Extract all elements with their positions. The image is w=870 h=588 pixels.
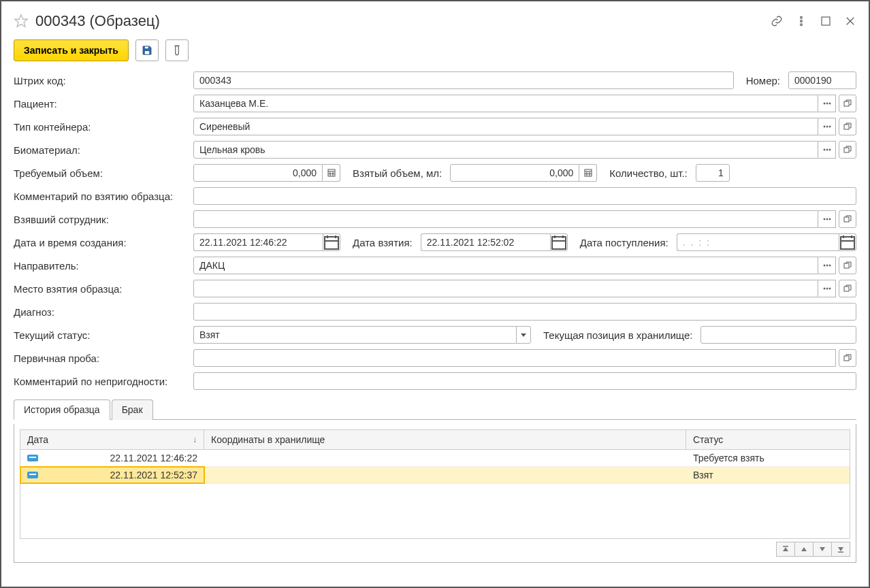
triangle-down-bar-icon	[837, 546, 844, 553]
taken-date-picker-button[interactable]	[550, 233, 568, 251]
required-volume-calc-button[interactable]	[323, 164, 340, 182]
svg-rect-41	[552, 237, 566, 249]
svg-marker-61	[801, 547, 807, 551]
svg-point-2	[801, 20, 803, 22]
container-select-button[interactable]	[818, 118, 836, 135]
nav-prev-button[interactable]	[794, 542, 813, 557]
svg-rect-23	[328, 169, 335, 176]
creation-date-picker-button[interactable]	[323, 233, 340, 251]
svg-rect-8	[144, 51, 150, 54]
primary-sample-open-button[interactable]	[839, 349, 856, 367]
employee-open-button[interactable]	[839, 210, 856, 228]
save-close-button[interactable]: Записать и закрыть	[14, 39, 129, 61]
save-button[interactable]	[135, 39, 159, 61]
biomaterial-field[interactable]: Цельная кровь	[193, 141, 818, 159]
svg-rect-58	[844, 356, 849, 361]
storage-position-label: Текущая позиция в хранилище:	[536, 329, 695, 341]
page-title: 000343 (Образец)	[35, 12, 771, 30]
svg-point-33	[824, 218, 825, 220]
patient-field[interactable]: Казанцева М.Е.	[193, 95, 818, 112]
creation-date-field[interactable]: 22.11.2021 12:46:22	[193, 233, 323, 251]
svg-marker-62	[820, 547, 825, 551]
svg-point-11	[824, 103, 825, 104]
history-table: Дата↓ Координаты в хранилище Статус 22.1…	[20, 429, 850, 539]
svg-point-3	[801, 24, 803, 26]
link-icon[interactable]	[771, 15, 783, 27]
svg-rect-9	[176, 46, 179, 55]
row-status-icon	[27, 472, 38, 478]
svg-point-54	[826, 288, 828, 289]
more-menu-icon[interactable]	[795, 15, 807, 27]
required-volume-field[interactable]: 0,000	[193, 164, 323, 182]
maximize-icon[interactable]	[820, 15, 832, 27]
svg-point-49	[824, 265, 825, 266]
column-header-date[interactable]: Дата↓	[20, 430, 204, 449]
svg-rect-37	[325, 237, 338, 249]
barcode-label: Штрих код:	[14, 75, 188, 86]
container-type-label: Тип контейнера:	[14, 121, 188, 133]
column-header-coords[interactable]: Координаты в хранилище	[204, 430, 686, 449]
referrer-field[interactable]: ДАКЦ	[193, 257, 818, 274]
employee-select-button[interactable]	[818, 210, 836, 228]
svg-point-1	[801, 16, 803, 18]
nav-next-button[interactable]	[813, 542, 832, 557]
primary-sample-field[interactable]	[193, 349, 836, 367]
svg-rect-52	[844, 263, 849, 268]
svg-rect-7	[144, 46, 148, 49]
diagnosis-label: Диагноз:	[14, 306, 188, 318]
chevron-down-icon	[520, 331, 527, 338]
number-field[interactable]: 0000190	[788, 71, 856, 89]
biomaterial-open-button[interactable]	[839, 141, 856, 159]
referrer-select-button[interactable]	[818, 257, 836, 274]
patient-open-button[interactable]	[839, 95, 856, 112]
patient-select-button[interactable]	[818, 95, 836, 112]
svg-point-13	[829, 103, 831, 104]
nav-first-button[interactable]	[776, 542, 795, 557]
calendar-icon	[323, 234, 340, 250]
row-status-icon	[27, 455, 38, 461]
favorite-star-icon[interactable]	[14, 14, 29, 29]
sampling-comment-field[interactable]	[193, 187, 856, 205]
storage-position-field[interactable]	[700, 326, 856, 344]
svg-marker-0	[15, 15, 27, 27]
current-status-field[interactable]: Взят	[193, 326, 516, 344]
taken-date-field[interactable]: 22.11.2021 12:52:02	[421, 233, 550, 251]
table-row[interactable]: 22.11.2021 12:52:37 Взят	[20, 467, 850, 484]
biomaterial-select-button[interactable]	[818, 141, 836, 159]
taking-employee-field[interactable]	[193, 210, 818, 228]
referrer-label: Направитель:	[14, 260, 188, 272]
tube-button[interactable]	[165, 39, 189, 61]
svg-point-21	[829, 149, 831, 150]
arrival-date-picker-button[interactable]	[839, 233, 856, 251]
nav-last-button[interactable]	[831, 542, 850, 557]
sampling-comment-label: Комментарий по взятию образца:	[14, 191, 188, 202]
referrer-open-button[interactable]	[839, 257, 856, 274]
container-open-button[interactable]	[839, 118, 856, 135]
column-header-status[interactable]: Статус	[686, 430, 850, 449]
tab-reject[interactable]: Брак	[112, 399, 153, 420]
close-icon[interactable]	[844, 15, 856, 27]
svg-rect-14	[844, 101, 849, 106]
quantity-label: Количество, шт.:	[602, 167, 690, 179]
quantity-field[interactable]: 1	[696, 164, 730, 182]
sampling-place-select-button[interactable]	[818, 280, 836, 297]
svg-rect-45	[841, 237, 854, 249]
diagnosis-field[interactable]	[193, 303, 856, 321]
status-dropdown-button[interactable]	[516, 326, 531, 344]
taken-volume-field[interactable]: 0,000	[450, 164, 579, 182]
svg-rect-22	[844, 148, 849, 152]
taken-volume-label: Взятый объем, мл:	[346, 167, 445, 179]
svg-rect-18	[844, 125, 849, 129]
svg-point-12	[826, 103, 828, 104]
barcode-field[interactable]: 000343	[193, 71, 734, 89]
tab-history[interactable]: История образца	[14, 399, 110, 420]
triangle-up-icon	[801, 546, 807, 553]
reject-comment-field[interactable]	[193, 372, 856, 390]
container-type-field[interactable]: Сиреневый	[193, 118, 818, 135]
taken-date-label: Дата взятия:	[346, 237, 415, 248]
sampling-place-field[interactable]	[193, 280, 818, 297]
taken-volume-calc-button[interactable]	[579, 164, 597, 182]
table-row[interactable]: 22.11.2021 12:46:22 Требуется взять	[20, 450, 850, 467]
arrival-date-field[interactable]: . . : :	[677, 233, 839, 251]
sampling-place-open-button[interactable]	[839, 280, 856, 297]
